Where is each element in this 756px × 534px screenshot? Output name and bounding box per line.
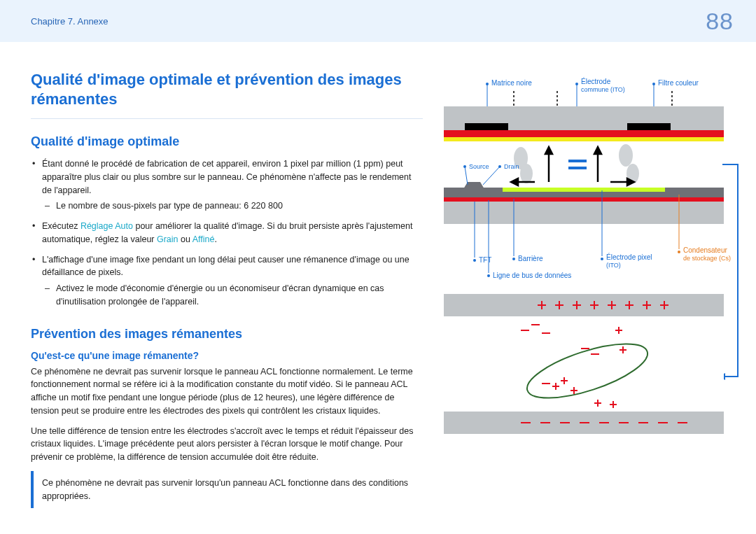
svg-point-3 (575, 83, 578, 85)
svg-point-48 (678, 251, 680, 253)
section-quality: Qualité d'image optimale Étant donné le … (31, 134, 423, 309)
svg-marker-33 (456, 189, 491, 197)
link-affine[interactable]: Affiné (192, 234, 215, 244)
svg-point-5 (652, 83, 655, 85)
svg-rect-11 (627, 123, 671, 130)
diagram-column: Matrice noire Électrode commune (ITO) Fi… (444, 70, 745, 508)
svg-rect-10 (465, 123, 508, 130)
bullet-text: L'affichage d'une image fixe pendant un … (42, 255, 410, 278)
svg-rect-12 (444, 130, 724, 137)
svg-rect-13 (444, 137, 724, 141)
label-data-bus: Ligne de bus de données (493, 272, 571, 279)
document-page: Chapitre 7. Annexe 88 Qualité d'image op… (0, 0, 756, 534)
svg-point-46 (601, 258, 603, 260)
lcd-cross-section-diagram: Matrice noire Électrode commune (ITO) Fi… (444, 70, 745, 434)
svg-point-1 (486, 83, 489, 85)
list-item: Étant donné le procédé de fabrication de… (42, 157, 423, 213)
chapter-label: Chapitre 7. Annexe (31, 16, 108, 27)
bullet-text-or: ou (178, 234, 192, 244)
label-storage-cap-l1: Condensateur (683, 246, 727, 254)
svg-rect-36 (444, 202, 724, 224)
bullet-text-end: . (214, 234, 216, 244)
label-common-electrode-l1: Électrode (581, 77, 611, 85)
section-heading-prevention: Prévention des images rémanentes (31, 327, 423, 342)
page-number: 88 (706, 8, 734, 35)
label-pixel-electrode-l2: (ITO) (606, 262, 621, 269)
page-title: Qualité d'image optimale et prévention d… (31, 70, 423, 119)
svg-rect-69 (444, 316, 724, 412)
svg-rect-35 (444, 197, 724, 202)
bullet-text-prefix: Exécutez (42, 221, 80, 231)
link-reglage-auto[interactable]: Réglage Auto (80, 221, 133, 231)
label-tft: TFT (479, 256, 491, 264)
label-color-filter: Filtre couleur (658, 79, 699, 87)
section-prevention: Prévention des images rémanentes Qu'est-… (31, 327, 423, 509)
svg-point-50 (487, 274, 490, 277)
svg-rect-52 (444, 294, 724, 316)
quality-bullets: Étant donné le procédé de fabrication de… (31, 157, 423, 309)
label-common-electrode-l2: commune (ITO) (581, 86, 625, 93)
label-barrier: Barrière (518, 255, 543, 262)
section-heading-quality: Qualité d'image optimale (31, 134, 423, 149)
svg-point-42 (473, 259, 476, 262)
list-item: Exécutez Réglage Auto pour améliorer la … (42, 220, 423, 246)
link-grain[interactable]: Grain (157, 234, 178, 244)
label-source: Source (469, 163, 489, 170)
label-black-matrix: Matrice noire (491, 79, 532, 87)
svg-point-16 (520, 164, 533, 183)
paragraph: Une telle différence de tension entre le… (31, 425, 423, 464)
page-content: Qualité d'image optimale et prévention d… (0, 42, 756, 508)
svg-point-17 (619, 144, 633, 167)
bullet-text: Étant donné le procédé de fabrication de… (42, 159, 411, 195)
note-box: Ce phénomène ne devrait pas survenir lor… (31, 471, 423, 509)
sub-list-item: Activez le mode d'économie d'énergie ou … (56, 282, 423, 309)
label-drain: Drain (504, 163, 519, 170)
svg-rect-31 (665, 188, 724, 192)
sub-list-item: Le nombre de sous-pixels par type de pan… (56, 199, 423, 213)
section-subheading: Qu'est-ce qu'une image rémanente? (31, 350, 423, 361)
label-storage-cap-l2: de stockage (Cs) (683, 255, 731, 262)
svg-point-44 (512, 258, 515, 260)
list-item: L'affichage d'une image fixe pendant un … (42, 253, 423, 309)
label-pixel-electrode-l1: Électrode pixel (606, 253, 652, 261)
page-header: Chapitre 7. Annexe 88 (0, 0, 756, 42)
paragraph: Ce phénomène ne devrait pas survenir lor… (31, 365, 423, 418)
text-column: Qualité d'image optimale et prévention d… (31, 70, 423, 508)
